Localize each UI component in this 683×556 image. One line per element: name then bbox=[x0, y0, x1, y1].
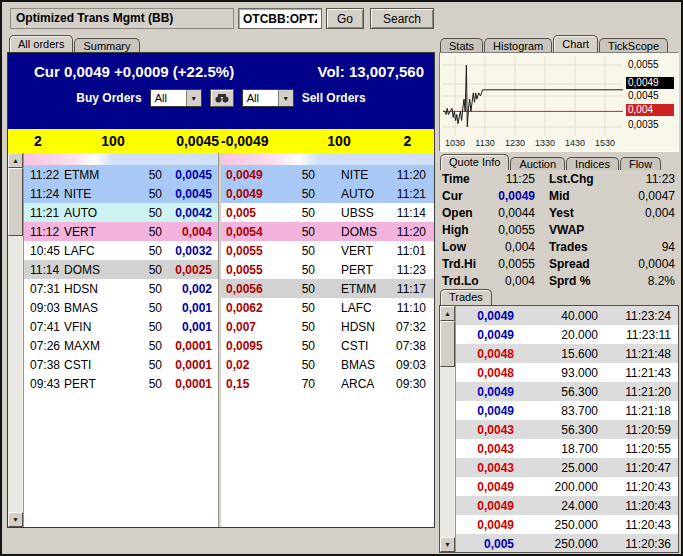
bid-price: 0,002 bbox=[162, 282, 218, 296]
bid-mm-name: PERT bbox=[64, 377, 120, 391]
quote-value: 0,0004 bbox=[601, 257, 679, 271]
bid-row[interactable]: 07:26MAXM500,0001 bbox=[24, 336, 218, 355]
ask-time: 09:03 bbox=[388, 358, 434, 372]
ask-qty: 50 bbox=[279, 301, 315, 315]
quote-label: Mid bbox=[535, 189, 601, 203]
bid-qty: 50 bbox=[120, 339, 162, 353]
bid-row[interactable]: 09:43PERT500,0001 bbox=[24, 374, 218, 393]
arrow-down-icon: ▼ bbox=[444, 541, 451, 548]
scroll-thumb[interactable] bbox=[440, 321, 455, 367]
bid-qty: 50 bbox=[120, 301, 162, 315]
ask-row[interactable]: 0,0250BMAS09:03 bbox=[221, 355, 434, 374]
tab-auction[interactable]: Auction bbox=[510, 157, 565, 170]
bid-time: 11:12 bbox=[24, 225, 64, 239]
bid-count: 2 bbox=[8, 133, 68, 149]
trade-row: 0,004893.00011:21:43 bbox=[456, 363, 678, 382]
bid-row[interactable]: 07:31HDSN500,002 bbox=[24, 279, 218, 298]
tab-chart[interactable]: Chart bbox=[553, 35, 598, 52]
go-button[interactable]: Go bbox=[326, 8, 364, 29]
bid-mm-name: HDSN bbox=[64, 282, 120, 296]
scroll-thumb[interactable] bbox=[8, 168, 23, 236]
scroll-up-button[interactable]: ▲ bbox=[440, 306, 455, 321]
ask-mm-name: PERT bbox=[315, 263, 388, 277]
ask-row[interactable]: 0,004950AUTO11:21 bbox=[221, 184, 434, 203]
ask-row[interactable]: 0,00750HDSN07:32 bbox=[221, 317, 434, 336]
trade-time: 11:21:20 bbox=[598, 385, 678, 399]
ask-mm-name: AUTO bbox=[315, 187, 388, 201]
ask-mm-name: NITE bbox=[315, 168, 388, 182]
tab-stats[interactable]: Stats bbox=[440, 38, 483, 52]
tab-tickscope[interactable]: TickScope bbox=[599, 38, 668, 52]
bid-price: 0,001 bbox=[162, 320, 218, 334]
tab-all-orders[interactable]: All orders bbox=[9, 35, 73, 52]
bid-time: 07:41 bbox=[24, 320, 64, 334]
trade-time: 11:20:43 bbox=[598, 480, 678, 494]
bid-row[interactable]: 09:03BMAS500,001 bbox=[24, 298, 218, 317]
ask-pane: 0,004950NITE11:20 0,004950AUTO11:21 0,00… bbox=[221, 153, 434, 527]
scroll-track[interactable] bbox=[8, 236, 23, 512]
ask-row[interactable]: 0,005650ETMM11:17 bbox=[221, 279, 434, 298]
scroll-down-button[interactable]: ▼ bbox=[8, 512, 23, 527]
trade-size: 200.000 bbox=[514, 480, 598, 494]
quote-row: Cur0,0049Mid0,0047 bbox=[439, 187, 679, 204]
bid-price: 0,0045 bbox=[162, 187, 218, 201]
bid-row[interactable]: 11:24NITE500,0045 bbox=[24, 184, 218, 203]
quote-value: 11:23 bbox=[601, 172, 679, 186]
ask-price: 0,15 bbox=[221, 377, 279, 391]
scroll-up-button[interactable]: ▲ bbox=[8, 153, 23, 168]
scroll-track[interactable] bbox=[440, 367, 455, 537]
x-axis-label: 1030 bbox=[442, 138, 468, 148]
sell-filter-value: All bbox=[243, 90, 278, 106]
ask-time: 09:30 bbox=[388, 377, 434, 391]
current-price-text: Cur 0,0049 +0,0009 (+22.5%) bbox=[34, 63, 234, 80]
bid-row[interactable]: 10:45LAFC500,0032 bbox=[24, 241, 218, 260]
ask-row[interactable]: 0,005450DOMS11:20 bbox=[221, 222, 434, 241]
arrow-up-icon: ▲ bbox=[444, 310, 451, 317]
chevron-down-icon[interactable]: ▼ bbox=[186, 90, 201, 106]
ask-row[interactable]: 0,005550VERT11:01 bbox=[221, 241, 434, 260]
sell-filter-select[interactable]: All ▼ bbox=[242, 89, 294, 107]
bid-time: 11:22 bbox=[24, 168, 64, 182]
bid-mm-name: ETMM bbox=[64, 168, 120, 182]
x-axis-label: 1530 bbox=[592, 138, 618, 148]
bid-row[interactable]: 11:12VERT500,004 bbox=[24, 222, 218, 241]
bid-row[interactable]: 07:38CSTI500,0001 bbox=[24, 355, 218, 374]
ask-row[interactable]: 0,006250LAFC11:10 bbox=[221, 298, 434, 317]
bid-row[interactable]: 11:21AUTO500,0042 bbox=[24, 203, 218, 222]
bid-row[interactable]: 11:14DOMS500,0025 bbox=[24, 260, 218, 279]
trades-panel: ▲ ▼ 0,004940.00011:23:24 0,004920.00011:… bbox=[439, 305, 679, 553]
link-filters-button[interactable] bbox=[210, 89, 234, 107]
ask-qty: 50 bbox=[279, 168, 315, 182]
buy-filter-select[interactable]: All ▼ bbox=[150, 89, 202, 107]
ask-qty: 50 bbox=[279, 187, 315, 201]
trade-price: 0,0043 bbox=[456, 461, 514, 475]
ask-row[interactable]: 0,00550UBSS11:14 bbox=[221, 203, 434, 222]
trade-size: 20.000 bbox=[514, 328, 598, 342]
quote-value: 0,0055 bbox=[485, 223, 535, 237]
bid-row[interactable]: 11:22ETMM500,0045 bbox=[24, 165, 218, 184]
trade-time: 11:20:55 bbox=[598, 442, 678, 456]
chevron-down-icon[interactable]: ▼ bbox=[278, 90, 293, 106]
buy-filter-value: All bbox=[151, 90, 186, 106]
quote-header: Cur 0,0049 +0,0009 (+22.5%) Vol: 13,007,… bbox=[8, 53, 434, 129]
tab-trades[interactable]: Trades bbox=[440, 289, 492, 305]
search-button[interactable]: Search bbox=[370, 8, 434, 29]
ask-row[interactable]: 0,009550CSTI07:38 bbox=[221, 336, 434, 355]
tab-quote-info[interactable]: Quote Info bbox=[440, 154, 509, 170]
scroll-down-button[interactable]: ▼ bbox=[440, 537, 455, 552]
tab-histogram[interactable]: Histogram bbox=[484, 38, 552, 52]
ask-row[interactable]: 0,1570ARCA09:30 bbox=[221, 374, 434, 393]
ticker-input[interactable] bbox=[238, 8, 322, 29]
tab-indices[interactable]: Indices bbox=[566, 157, 619, 170]
bid-row[interactable]: 07:41VFIN500,001 bbox=[24, 317, 218, 336]
ask-price: 0,0056 bbox=[221, 282, 279, 296]
trade-time: 11:23:24 bbox=[598, 309, 678, 323]
trading-window: Optimized Trans Mgmt (BB) Go Search All … bbox=[0, 0, 683, 556]
trade-price: 0,0049 bbox=[456, 404, 514, 418]
trade-row: 0,004940.00011:23:24 bbox=[456, 306, 678, 325]
tab-flow[interactable]: Flow bbox=[620, 157, 661, 170]
ask-row[interactable]: 0,004950NITE11:20 bbox=[221, 165, 434, 184]
ask-time: 11:20 bbox=[388, 168, 434, 182]
tab-summary[interactable]: Summary bbox=[74, 38, 139, 52]
ask-row[interactable]: 0,005550PERT11:23 bbox=[221, 260, 434, 279]
